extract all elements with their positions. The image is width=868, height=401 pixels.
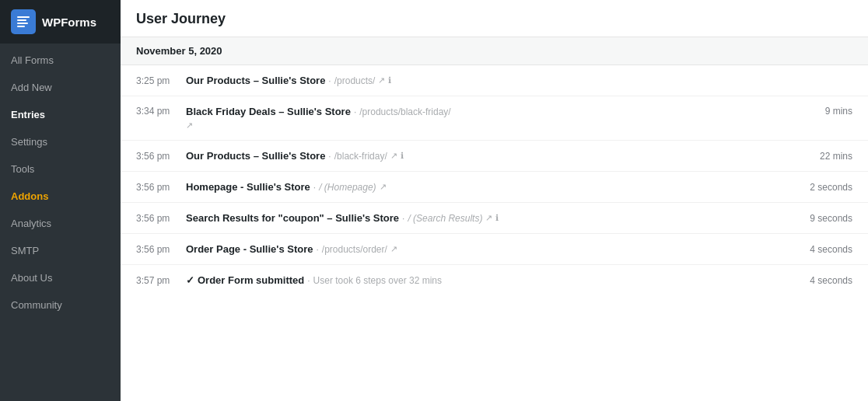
svg-rect-0	[17, 16, 30, 18]
row-url: / (Homepage)	[319, 182, 376, 193]
row-page-title: Order Form submitted	[198, 274, 304, 286]
row-content: Search Results for "coupon" – Sullie's S…	[186, 212, 789, 224]
journey-row: 3:56 pm Search Results for "coupon" – Su…	[121, 203, 868, 234]
row-separator: ·	[313, 182, 316, 193]
page-title: User Journey	[136, 11, 852, 27]
journey-row: 3:56 pm Order Page - Sullie's Store · /p…	[121, 234, 868, 265]
svg-rect-3	[17, 26, 25, 27]
sidebar-item-community[interactable]: Community	[0, 291, 121, 319]
row-separator: ·	[307, 275, 310, 286]
journey-row: 3:56 pm Our Products – Sullie's Store · …	[121, 141, 868, 172]
row-separator: ·	[402, 213, 404, 224]
row-duration: 4 seconds	[798, 244, 852, 255]
sidebar: WPForms All Forms Add New Entries Settin…	[0, 0, 121, 401]
sidebar-logo-text: WPForms	[42, 16, 96, 29]
row-time: 3:25 pm	[136, 75, 177, 86]
sidebar-item-settings[interactable]: Settings	[0, 128, 121, 155]
svg-rect-2	[17, 23, 28, 24]
row-duration: 4 seconds	[798, 275, 852, 286]
sidebar-logo[interactable]: WPForms	[0, 0, 121, 44]
row-separator: ·	[354, 106, 356, 117]
journey-row: 3:57 pm ✓ Order Form submitted · User to…	[121, 265, 868, 295]
info-icon[interactable]	[388, 75, 391, 85]
row-time: 3:57 pm	[136, 275, 177, 286]
row-page-title: Our Products – Sullie's Store	[186, 150, 325, 162]
journey-row: 3:25 pm Our Products – Sullie's Store · …	[121, 65, 868, 96]
row-url: /products/	[334, 75, 376, 86]
date-header: November 5, 2020	[121, 37, 868, 65]
row-page-title: Search Results for "coupon" – Sullie's S…	[186, 212, 399, 224]
row-content: ✓ Order Form submitted · User took 6 ste…	[186, 274, 789, 286]
row-content: Our Products – Sullie's Store · /black-f…	[186, 150, 789, 162]
external-link-icon[interactable]	[378, 75, 385, 85]
external-link-icon[interactable]	[485, 213, 492, 223]
row-separator: ·	[328, 151, 331, 162]
external-link-icon[interactable]	[390, 244, 397, 254]
sidebar-item-smtp[interactable]: SMTP	[0, 237, 121, 264]
row-duration: 2 seconds	[798, 182, 852, 193]
sidebar-item-entries[interactable]: Entries	[0, 101, 121, 128]
external-link-icon[interactable]	[390, 151, 397, 161]
external-link-icon[interactable]	[186, 120, 193, 131]
svg-rect-1	[17, 19, 26, 21]
sidebar-item-analytics[interactable]: Analytics	[0, 210, 121, 237]
row-separator: ·	[328, 75, 331, 86]
sidebar-nav: All Forms Add New Entries Settings Tools…	[0, 44, 121, 319]
journey-container: November 5, 2020 3:25 pm Our Products – …	[121, 37, 868, 401]
row-page-title: Homepage - Sullie's Store	[186, 181, 310, 193]
row-content: Order Page - Sullie's Store · /products/…	[186, 243, 789, 255]
journey-row: 3:56 pm Homepage - Sullie's Store · / (H…	[121, 172, 868, 203]
row-duration: 9 seconds	[798, 213, 852, 224]
row-time: 3:56 pm	[136, 151, 177, 162]
row-page-title: Black Friday Deals – Sullie's Store	[186, 106, 351, 117]
row-url: /black-friday/	[334, 151, 387, 162]
row-url: / (Search Results)	[408, 213, 482, 224]
info-icon[interactable]	[495, 213, 499, 223]
row-time: 3:34 pm	[136, 106, 177, 117]
row-url: /products/black-friday/	[359, 106, 450, 117]
info-icon[interactable]	[401, 151, 404, 161]
row-note: User took 6 steps over 32 mins	[313, 275, 442, 286]
row-url: /products/order/	[322, 244, 387, 255]
row-time: 3:56 pm	[136, 244, 177, 255]
row-separator: ·	[316, 244, 318, 255]
row-content: Homepage - Sullie's Store · / (Homepage)	[186, 181, 789, 193]
row-time: 3:56 pm	[136, 182, 177, 193]
external-link-icon[interactable]	[380, 182, 387, 192]
row-page-title: Order Page - Sullie's Store	[186, 243, 313, 255]
row-page-title: Our Products – Sullie's Store	[186, 75, 325, 86]
row-duration: 9 mins	[798, 106, 852, 117]
sidebar-item-addons[interactable]: Addons	[0, 183, 121, 210]
sidebar-item-tools[interactable]: Tools	[0, 155, 121, 183]
row-duration: 22 mins	[798, 151, 852, 162]
sidebar-item-all-forms[interactable]: All Forms	[0, 47, 121, 74]
row-time: 3:56 pm	[136, 213, 177, 224]
sidebar-item-add-new[interactable]: Add New	[0, 74, 121, 101]
row-content: Our Products – Sullie's Store · /product…	[186, 75, 789, 86]
journey-row: 3:34 pm Black Friday Deals – Sullie's St…	[121, 96, 868, 141]
sidebar-item-about-us[interactable]: About Us	[0, 264, 121, 291]
wpforms-logo-icon	[11, 9, 36, 34]
checkmark-icon: ✓	[186, 274, 194, 286]
page-header: User Journey	[121, 0, 868, 37]
main-content: User Journey November 5, 2020 3:25 pm Ou…	[121, 0, 868, 401]
row-content: Black Friday Deals – Sullie's Store · /p…	[186, 106, 789, 131]
